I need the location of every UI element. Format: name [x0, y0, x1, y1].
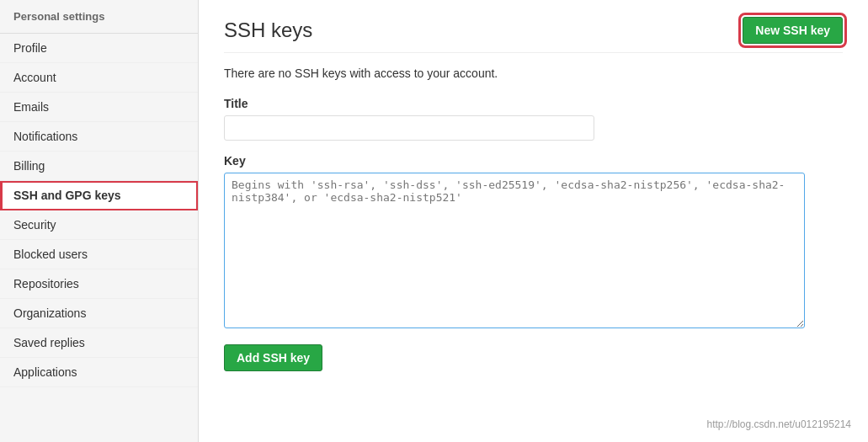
add-ssh-key-button[interactable]: Add SSH key — [224, 344, 322, 371]
title-input[interactable] — [224, 115, 594, 141]
page-title: SSH keys — [224, 19, 312, 42]
sidebar-item-emails[interactable]: Emails — [0, 93, 198, 122]
sidebar-item-billing[interactable]: Billing — [0, 152, 198, 181]
key-label: Key — [224, 154, 843, 168]
key-textarea[interactable] — [224, 173, 805, 328]
sidebar-item-account[interactable]: Account — [0, 63, 198, 93]
sidebar-item-saved-replies[interactable]: Saved replies — [0, 328, 198, 358]
new-ssh-key-button[interactable]: New SSH key — [743, 17, 843, 44]
main-content: SSH keys New SSH key There are no SSH ke… — [199, 0, 868, 442]
sidebar-item-ssh-gpg-keys[interactable]: SSH and GPG keys — [0, 181, 198, 210]
sidebar-header: Personal settings — [0, 0, 198, 34]
main-header: SSH keys New SSH key — [224, 17, 843, 44]
title-form-group: Title — [224, 97, 843, 141]
watermark: http://blog.csdn.net/u012195214 — [707, 418, 851, 430]
title-label: Title — [224, 97, 843, 110]
sidebar: Personal settings ProfileAccountEmailsNo… — [0, 0, 199, 442]
sidebar-item-blocked-users[interactable]: Blocked users — [0, 240, 198, 269]
sidebar-item-security[interactable]: Security — [0, 210, 198, 240]
sidebar-item-notifications[interactable]: Notifications — [0, 122, 198, 152]
key-form-group: Key — [224, 154, 843, 331]
sidebar-item-repositories[interactable]: Repositories — [0, 269, 198, 299]
sidebar-item-applications[interactable]: Applications — [0, 358, 198, 387]
divider — [224, 52, 843, 53]
sidebar-item-profile[interactable]: Profile — [0, 34, 198, 63]
no-keys-message: There are no SSH keys with access to you… — [224, 67, 843, 80]
sidebar-item-organizations[interactable]: Organizations — [0, 299, 198, 328]
